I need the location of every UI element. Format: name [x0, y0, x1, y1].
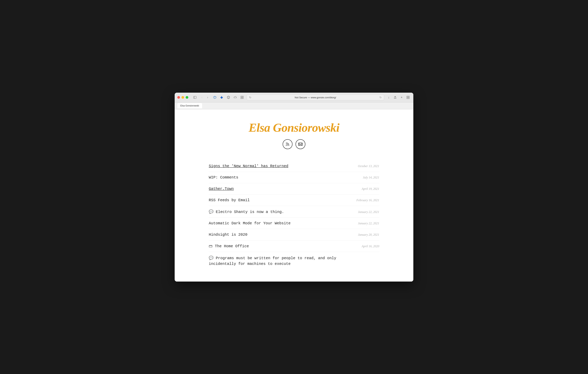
list-item: Signs the 'New Normal' has Returned Octo…	[209, 160, 379, 172]
traffic-lights	[177, 96, 188, 99]
post-date: July 14, 2021	[363, 176, 379, 179]
site-title: Elsa Gonsiorowski	[190, 121, 398, 135]
svg-rect-13	[408, 97, 409, 99]
page-content: Elsa Gonsiorowski	[175, 109, 413, 282]
svg-rect-11	[408, 96, 409, 97]
post-link[interactable]: 🗃 The Home Office	[209, 244, 249, 248]
tab-overview-button[interactable]	[405, 95, 411, 100]
post-date: January 22, 2021	[358, 210, 379, 214]
url-text: Not Secure — www.gonsie.com/blorg/	[253, 96, 378, 99]
post-link[interactable]: WIP: Comments	[209, 175, 238, 180]
title-bar: ‹ ›	[175, 93, 413, 103]
post-link[interactable]: Gather.Town	[209, 187, 234, 191]
browser-window: ‹ ›	[175, 93, 413, 282]
post-link[interactable]: 💬 Electro Shanty is now a thing.	[209, 209, 284, 214]
rss-button[interactable]	[283, 139, 293, 149]
svg-rect-10	[407, 96, 408, 97]
maximize-button[interactable]	[186, 96, 188, 99]
right-toolbar: ↓ +	[386, 95, 411, 100]
sidebar-toggle-button[interactable]	[192, 95, 197, 100]
cube-icon[interactable]	[212, 95, 218, 100]
post-date: October 13, 2021	[358, 164, 379, 168]
reload-icon: ↻	[379, 96, 382, 99]
pin-icon[interactable]	[219, 95, 224, 100]
nav-buttons: ‹ ›	[199, 95, 210, 100]
list-item: Automatic Dark Mode for Your Website Jan…	[209, 218, 379, 229]
svg-rect-0	[194, 96, 196, 98]
new-tab-button[interactable]: +	[399, 95, 404, 100]
list-item: 🗃 The Home Office April 16, 2020	[209, 240, 379, 252]
post-date: April 16, 2020	[362, 245, 379, 248]
header-icons	[190, 139, 398, 149]
svg-rect-7	[242, 96, 243, 97]
post-date: April 19, 2021	[362, 187, 379, 191]
post-list: Signs the 'New Normal' has Returned Octo…	[209, 160, 379, 270]
forward-button[interactable]: ›	[205, 95, 210, 100]
close-button[interactable]	[177, 96, 180, 99]
post-link[interactable]: RSS Feeds by Email	[209, 198, 250, 202]
svg-rect-9	[242, 97, 243, 99]
toolbar-icons	[212, 95, 245, 100]
svg-rect-8	[241, 97, 242, 99]
svg-rect-6	[241, 96, 242, 97]
refresh-icon: ↻	[249, 96, 251, 99]
address-bar[interactable]: ↻ Not Secure — www.gonsie.com/blorg/ ↻	[247, 94, 384, 100]
list-item: 💬 Electro Shanty is now a thing. January…	[209, 206, 379, 218]
tab-label: Elsa Gonsiorowski	[180, 104, 199, 107]
list-item: WIP: Comments July 14, 2021	[209, 172, 379, 183]
post-link[interactable]: Hindsight is 2020	[209, 233, 247, 237]
list-item: RSS Feeds by Email February 16, 2021	[209, 195, 379, 206]
cloud-icon[interactable]	[233, 95, 238, 100]
list-item: Hindsight is 2020 January 20, 2021	[209, 229, 379, 240]
post-link[interactable]: 💬 Programs must be written for people to…	[209, 255, 337, 267]
post-date: January 20, 2021	[358, 233, 379, 236]
post-date: January 22, 2021	[358, 222, 379, 225]
share-button[interactable]	[392, 95, 398, 100]
sidebar-icon	[193, 96, 196, 99]
apps-icon[interactable]	[240, 95, 245, 100]
download-button[interactable]: ↓	[386, 95, 391, 100]
back-button[interactable]: ‹	[199, 95, 205, 100]
svg-point-14	[286, 145, 287, 146]
list-item: 💬 Programs must be written for people to…	[209, 252, 379, 270]
address-bar-right-icons: ↻	[379, 96, 382, 99]
svg-point-5	[228, 98, 229, 98]
email-button[interactable]	[295, 139, 305, 149]
post-date: February 16, 2021	[357, 199, 379, 202]
post-link[interactable]: Automatic Dark Mode for Your Website	[209, 221, 291, 225]
svg-rect-12	[407, 97, 408, 99]
post-link[interactable]: Signs the 'New Normal' has Returned	[209, 164, 288, 168]
site-header: Elsa Gonsiorowski	[190, 121, 398, 149]
window-controls	[192, 95, 197, 100]
shield-icon[interactable]	[226, 95, 231, 100]
minimize-button[interactable]	[181, 96, 184, 99]
tab-bar: Elsa Gonsiorowski	[175, 103, 413, 109]
active-tab[interactable]: Elsa Gonsiorowski	[177, 103, 202, 108]
list-item: Gather.Town April 19, 2021	[209, 183, 379, 195]
